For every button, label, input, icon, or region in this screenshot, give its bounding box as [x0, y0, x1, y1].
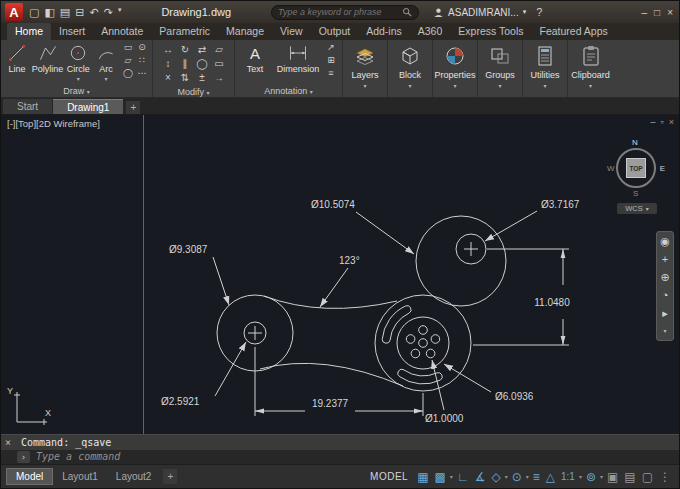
search-box[interactable]: [271, 5, 419, 20]
scale-tool-icon[interactable]: ◯: [194, 58, 211, 72]
viewcube-top-face[interactable]: TOP: [626, 158, 646, 178]
steering-wheel-icon[interactable]: ◉: [660, 235, 670, 247]
mtext-tool-icon[interactable]: ≡: [324, 68, 338, 81]
search-input[interactable]: [278, 7, 402, 17]
annotation-panel-label[interactable]: Annotation ▾: [235, 85, 342, 97]
object-snap-icon[interactable]: ⊙: [509, 467, 525, 487]
mirror-tool-icon[interactable]: ⇅: [177, 72, 194, 86]
redo-icon[interactable]: ↷: [104, 6, 113, 19]
tab-view[interactable]: View: [272, 23, 311, 40]
dimension-tool-button[interactable]: Dimension: [274, 42, 322, 74]
explode-tool-icon[interactable]: ±: [194, 72, 211, 86]
tab-insert[interactable]: Insert: [51, 23, 93, 40]
groups-panel-button[interactable]: Groups ▾: [478, 40, 523, 97]
viewport-minimize-icon[interactable]: –: [651, 117, 656, 127]
undo-icon[interactable]: ↶: [89, 6, 98, 19]
qat-dropdown-icon[interactable]: ▾: [118, 6, 122, 19]
table-tool-icon[interactable]: ⊞: [324, 55, 338, 68]
leader-tool-icon[interactable]: ↗: [324, 42, 338, 55]
viewcube-north[interactable]: N: [632, 138, 638, 147]
viewcube[interactable]: N S W E TOP: [607, 139, 665, 197]
new-drawing-tab-button[interactable]: +: [126, 101, 140, 114]
lineweight-icon[interactable]: ≡: [530, 467, 543, 487]
navigation-bar[interactable]: ◉ + ⊕ ◔ ▸ ▾: [656, 231, 674, 341]
utilities-panel-button[interactable]: Utilities ▾: [523, 40, 568, 97]
search-icon[interactable]: [402, 7, 412, 17]
layout-tab-model[interactable]: Model: [6, 468, 53, 485]
print-icon[interactable]: ⊟: [75, 6, 84, 19]
offset-tool-icon[interactable]: ∥: [177, 58, 194, 72]
ortho-mode-icon[interactable]: ∟: [454, 467, 472, 487]
grid-display-icon[interactable]: ▦: [414, 467, 431, 487]
model-space-toggle[interactable]: MODEL: [370, 471, 408, 482]
point-tool-icon[interactable]: ∷: [135, 55, 149, 68]
fillet-tool-icon[interactable]: ▱: [211, 44, 228, 58]
annotation-scale-button[interactable]: 1:1: [558, 471, 578, 482]
viewport-close-icon[interactable]: ×: [669, 117, 674, 127]
properties-panel-button[interactable]: Properties ▾: [433, 40, 478, 97]
region-tool-icon[interactable]: ◯: [121, 68, 135, 81]
save-icon[interactable]: ▤: [60, 6, 70, 19]
zoom-icon[interactable]: ⊕: [660, 271, 669, 283]
snap-mode-icon[interactable]: ▩: [432, 467, 449, 487]
command-close-icon[interactable]: ×: [5, 437, 15, 448]
object-isolate-icon[interactable]: ▣: [604, 467, 621, 487]
maximize-icon[interactable]: □: [654, 7, 660, 18]
workspace-switching-icon[interactable]: ⊚: [583, 467, 599, 487]
array-tool-icon[interactable]: ▭: [211, 58, 228, 72]
polar-tracking-icon[interactable]: ∡: [472, 467, 489, 487]
new-layout-button[interactable]: +: [163, 469, 177, 484]
circle-dropdown-icon[interactable]: ▾: [77, 75, 80, 82]
viewcube-west[interactable]: W: [607, 164, 615, 173]
pan-icon[interactable]: +: [662, 253, 668, 265]
modify-panel-dropdown-icon[interactable]: ▾: [207, 90, 210, 96]
annotation-panel-dropdown-icon[interactable]: ▾: [310, 89, 313, 95]
hardware-acceleration-icon[interactable]: ▤: [621, 467, 638, 487]
account-dropdown-icon[interactable]: ▾: [523, 8, 527, 16]
clipboard-panel-button[interactable]: Clipboard ▾: [568, 40, 613, 97]
copy-tool-icon[interactable]: →: [211, 72, 228, 86]
rectangle-tool-icon[interactable]: ▭: [121, 42, 135, 55]
tab-featured-apps[interactable]: Featured Apps: [531, 23, 615, 40]
draw-panel-label[interactable]: Draw ▾: [1, 85, 152, 97]
draw-panel-dropdown-icon[interactable]: ▾: [87, 89, 90, 95]
viewport-restore-icon[interactable]: ▫: [661, 117, 664, 127]
wcs-menu[interactable]: WCS ▾: [617, 203, 657, 214]
hatch-tool-icon[interactable]: ▱: [121, 55, 135, 68]
viewcube-south[interactable]: S: [633, 189, 638, 198]
navbar-more-icon[interactable]: ▾: [663, 325, 666, 337]
open-icon[interactable]: ◧: [44, 6, 54, 19]
arc-dropdown-icon[interactable]: ▾: [105, 75, 108, 82]
erase-tool-icon[interactable]: ×: [160, 72, 177, 86]
ellipse-tool-icon[interactable]: ⊙: [135, 42, 149, 55]
block-panel-button[interactable]: Block ▾: [388, 40, 433, 97]
tab-output[interactable]: Output: [311, 23, 359, 40]
modify-panel-label[interactable]: Modify ▾: [153, 86, 234, 98]
customize-icon[interactable]: ⋮: [656, 467, 674, 487]
tab-express-tools[interactable]: Express Tools: [450, 23, 531, 40]
model-space-viewport[interactable]: [-][Top][2D Wireframe] – ▫ ×: [1, 114, 679, 434]
app-menu-button[interactable]: A: [5, 3, 23, 21]
clean-screen-icon[interactable]: ▢: [639, 467, 656, 487]
orbit-icon[interactable]: ◔: [662, 289, 669, 301]
tab-a360[interactable]: A360: [410, 23, 451, 40]
tab-manage[interactable]: Manage: [218, 23, 272, 40]
tab-annotate[interactable]: Annotate: [93, 23, 151, 40]
tab-parametric[interactable]: Parametric: [151, 23, 218, 40]
rotate-tool-icon[interactable]: ↻: [177, 44, 194, 58]
file-tab-drawing1[interactable]: Drawing1: [53, 99, 123, 114]
circle-tool-button[interactable]: Circle ▾: [65, 42, 91, 82]
layers-panel-button[interactable]: Layers ▾: [343, 40, 388, 97]
new-icon[interactable]: ▢: [29, 6, 39, 19]
layout-tab-layout1[interactable]: Layout1: [53, 468, 107, 485]
command-input-row[interactable]: › Type a command: [1, 450, 679, 465]
viewport-controls-label[interactable]: [-][Top][2D Wireframe]: [7, 118, 100, 129]
account-area[interactable]: ASADIMRANI... ▾: [433, 7, 526, 18]
spline-tool-icon[interactable]: ⋯: [135, 68, 149, 81]
help-icon[interactable]: ?: [536, 6, 542, 18]
text-tool-button[interactable]: A Text: [238, 42, 272, 74]
minimize-icon[interactable]: –: [642, 7, 648, 18]
trim-tool-icon[interactable]: ⇄: [194, 44, 211, 58]
stretch-tool-icon[interactable]: ↕: [160, 58, 177, 72]
line-tool-button[interactable]: Line: [4, 42, 30, 74]
